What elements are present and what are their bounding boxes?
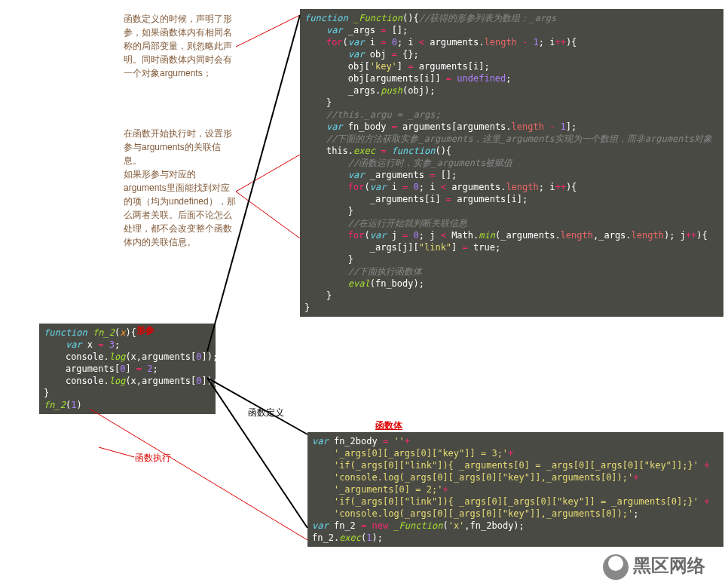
label-define: 函数定义: [248, 407, 284, 419]
code-block-fn2body: var fn_2body = ''+ '_args[0][_args[0]["k…: [307, 432, 723, 547]
code-block-function: function _Function(){//获得的形参列表为数组：_args …: [300, 9, 723, 317]
site-logo: 黑区网络: [603, 554, 705, 580]
label-param: 形参: [136, 324, 154, 337]
note-execution: 在函数开始执行时，设置形参与arguments的关联信息。 如果形参与对应的ar…: [124, 127, 237, 249]
note-definition: 函数定义的时候，声明了形参，如果函数体内有相同名称的局部变量，则忽略此声明。同时…: [124, 12, 237, 80]
label-exec: 函数执行: [135, 452, 171, 465]
code-block-fn2: function fn_2(x){ var x = 3; console.log…: [39, 324, 216, 414]
svg-line-0: [236, 15, 300, 47]
mushroom-icon: [603, 554, 629, 580]
svg-line-1: [236, 155, 300, 192]
svg-line-7: [99, 447, 134, 457]
svg-line-2: [236, 192, 300, 238]
svg-line-5: [207, 378, 307, 528]
label-body: 函数体: [375, 419, 402, 432]
svg-line-6: [90, 409, 307, 540]
